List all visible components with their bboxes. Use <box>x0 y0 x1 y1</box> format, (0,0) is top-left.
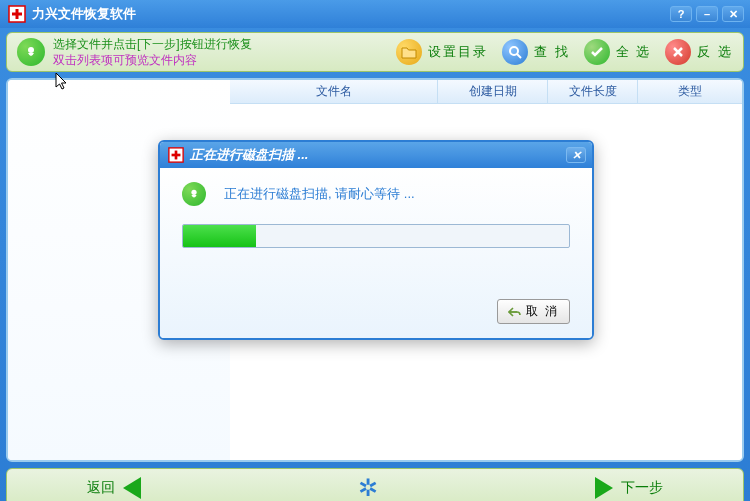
set-directory-button[interactable]: 设置目录 <box>396 39 488 65</box>
set-directory-label: 设置目录 <box>428 43 488 61</box>
svg-line-5 <box>517 54 521 58</box>
hint-line-2: 双击列表项可预览文件内容 <box>53 52 252 68</box>
dialog-titlebar: 正在进行磁盘扫描 ... ✕ <box>160 142 592 168</box>
next-label: 下一步 <box>621 479 663 497</box>
list-header: 文件名 创建日期 文件长度 类型 <box>230 80 742 104</box>
undo-icon <box>508 306 522 318</box>
title-bar: 力兴文件恢复软件 ? – ✕ <box>0 0 750 28</box>
select-all-label: 全 选 <box>616 43 652 61</box>
col-date[interactable]: 创建日期 <box>438 80 548 103</box>
svg-rect-8 <box>172 154 181 157</box>
scan-dialog: 正在进行磁盘扫描 ... ✕ 正在进行磁盘扫描, 请耐心等待 ... 取 消 <box>158 140 594 340</box>
svg-point-9 <box>191 190 196 195</box>
back-label: 返回 <box>87 479 115 497</box>
app-icon <box>8 5 26 23</box>
invert-selection-label: 反 选 <box>697 43 733 61</box>
progress-fill <box>183 225 256 247</box>
cancel-label: 取 消 <box>526 303 559 320</box>
cancel-button[interactable]: 取 消 <box>497 299 570 324</box>
invert-selection-button[interactable]: 反 选 <box>665 39 733 65</box>
dialog-title: 正在进行磁盘扫描 ... <box>190 146 308 164</box>
minimize-button[interactable]: – <box>696 6 718 22</box>
app-title: 力兴文件恢复软件 <box>32 5 670 23</box>
check-icon <box>584 39 610 65</box>
help-button[interactable]: ? <box>670 6 692 22</box>
col-size[interactable]: 文件长度 <box>548 80 638 103</box>
footer: 返回 ✲ 下一步 <box>6 468 744 501</box>
progress-bar <box>182 224 570 248</box>
select-all-button[interactable]: 全 选 <box>584 39 652 65</box>
svg-point-3 <box>28 47 34 53</box>
search-button[interactable]: 查 找 <box>502 39 570 65</box>
dialog-body: 正在进行磁盘扫描, 请耐心等待 ... 取 消 <box>160 168 592 338</box>
arrow-left-icon <box>123 477 141 499</box>
dialog-app-icon <box>168 147 184 163</box>
arrow-right-icon <box>595 477 613 499</box>
svg-rect-2 <box>12 13 22 16</box>
search-icon <box>502 39 528 65</box>
gear-icon[interactable]: ✲ <box>358 474 378 501</box>
folder-icon <box>396 39 422 65</box>
toolbar: 选择文件并点击[下一步]按钮进行恢复 双击列表项可预览文件内容 设置目录 查 找… <box>6 32 744 72</box>
dialog-hint-icon <box>182 182 206 206</box>
svg-point-4 <box>510 47 518 55</box>
hint-icon <box>17 38 45 66</box>
col-filename[interactable]: 文件名 <box>230 80 438 103</box>
back-button[interactable]: 返回 <box>87 477 141 499</box>
hint-text: 选择文件并点击[下一步]按钮进行恢复 双击列表项可预览文件内容 <box>53 36 252 68</box>
search-label: 查 找 <box>534 43 570 61</box>
col-type[interactable]: 类型 <box>638 80 742 103</box>
dialog-close-button[interactable]: ✕ <box>566 147 586 163</box>
dialog-message: 正在进行磁盘扫描, 请耐心等待 ... <box>224 185 415 203</box>
hint-line-1: 选择文件并点击[下一步]按钮进行恢复 <box>53 36 252 52</box>
close-button[interactable]: ✕ <box>722 6 744 22</box>
next-button[interactable]: 下一步 <box>595 477 663 499</box>
cross-icon <box>665 39 691 65</box>
